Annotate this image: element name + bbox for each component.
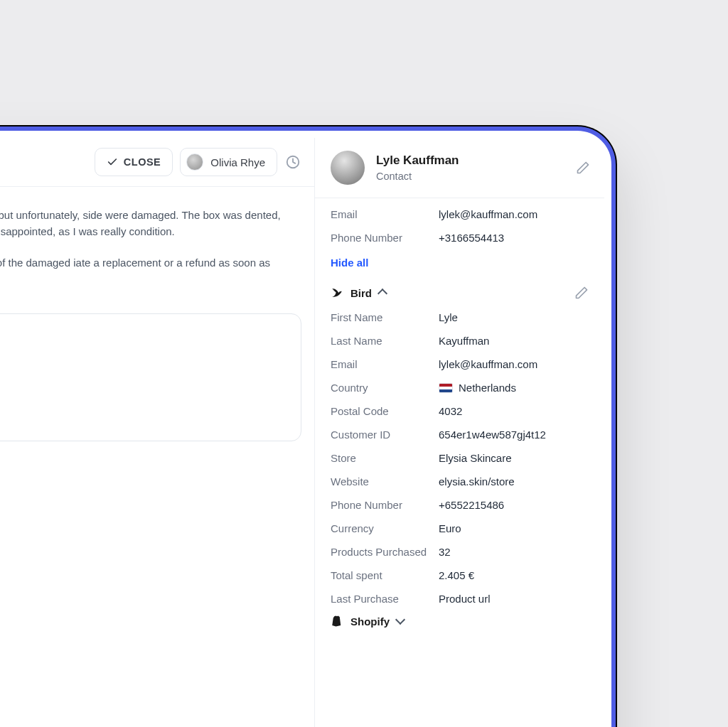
message-paragraph: ? I've attached some pictures of the dam… [0,254,294,271]
conversation-actions: CLOSE Olivia Rhye [95,148,301,176]
field-value-total-spent: 2.405 € [439,569,589,581]
field-value-bird-email: lylek@kauffman.com [439,358,589,370]
contact-avatar [331,151,365,185]
field-label-email: Email [331,208,430,220]
message-paragraph: I a parcel from your company, but unfort… [0,207,294,240]
field-value-country: Netherlands [439,382,589,394]
field-value-customer-id: 654er1w4ew587gj4t12 [439,429,589,441]
field-value-email: lylek@kauffman.com [439,208,589,220]
field-value-first-name: Lyle [439,311,589,323]
field-label-last-purchase: Last Purchase [331,593,430,605]
close-button[interactable]: CLOSE [95,148,173,176]
conversation-pane: st m… CLOSE Olivia Rhye [0,138,315,727]
field-value-currency: Euro [439,522,589,534]
chevron-up-icon [378,289,387,298]
field-label-currency: Currency [331,522,430,534]
assignee-avatar [186,154,203,171]
close-button-label: CLOSE [124,156,161,168]
conversation-body: I a parcel from your company, but unfort… [0,187,314,305]
field-label-customer-id: Customer ID [331,429,430,441]
section-header-shopify[interactable]: Shopify [331,615,589,628]
field-value-products: 32 [439,546,589,558]
hide-all-link[interactable]: Hide all [331,257,368,269]
field-label-total-spent: Total spent [331,569,430,581]
field-value-last-purchase: Product url [439,593,589,605]
field-label-store: Store [331,452,430,464]
field-value-phone: +3166554413 [439,232,589,244]
field-label-website: Website [331,475,430,488]
conversation-title: st m… [0,155,86,169]
field-label-first-name: First Name [331,311,430,323]
bird-icon [331,286,343,299]
device-frame: st m… CLOSE Olivia Rhye [0,126,616,727]
contact-name: Lyle Kauffman [376,154,564,168]
field-value-website: elysia.skin/store [439,475,589,488]
reply-composer[interactable] [0,313,301,441]
shopify-icon [331,615,343,628]
field-label-last-name: Last Name [331,335,430,347]
section-label-bird: Bird [350,287,372,299]
contact-pane: Lyle Kauffman Contact Email lylek@kauffm… [315,138,604,727]
field-label-phone: Phone Number [331,232,430,244]
assignee-pill[interactable]: Olivia Rhye [180,148,277,176]
history-icon[interactable] [284,154,301,171]
field-label-bird-email: Email [331,358,430,370]
check-icon [107,156,118,168]
field-label-bird-phone: Phone Number [331,499,430,511]
app-window: st m… CLOSE Olivia Rhye [0,138,604,727]
field-label-country: Country [331,382,430,394]
field-label-products: Products Purchased [331,546,430,558]
conversation-header: st m… CLOSE Olivia Rhye [0,138,314,187]
field-value-store: Elysia Skincare [439,452,589,464]
contact-subtitle: Contact [376,171,564,182]
assignee-name: Olivia Rhye [210,156,265,168]
field-label-postal: Postal Code [331,405,430,417]
chevron-down-icon [395,615,405,625]
field-value-bird-phone: +6552215486 [439,499,589,511]
contact-details: Email lylek@kauffman.com Phone Number +3… [315,198,604,727]
field-value-postal: 4032 [439,405,589,417]
section-label-shopify: Shopify [350,615,390,628]
contact-header: Lyle Kauffman Contact [315,138,604,198]
section-header-bird[interactable]: Bird [331,286,589,300]
edit-contact-icon[interactable] [576,161,590,175]
field-value-last-name: Kayuffman [439,335,589,347]
flag-nl-icon [439,383,453,393]
edit-bird-icon[interactable] [574,286,589,300]
